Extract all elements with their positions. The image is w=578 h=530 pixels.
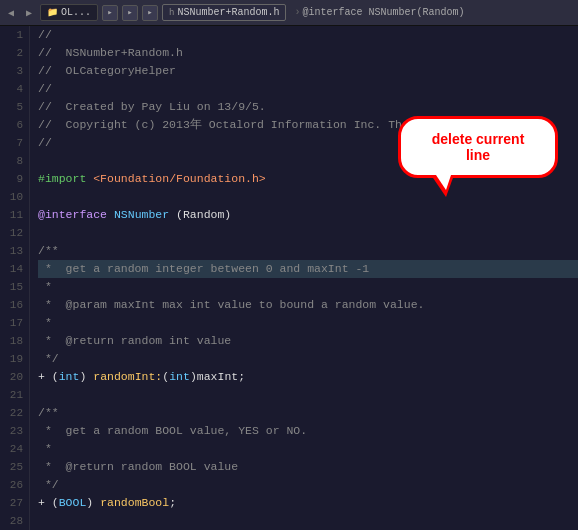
line-number: 2 (0, 44, 23, 62)
line-number: 19 (0, 350, 23, 368)
line-number: 12 (0, 224, 23, 242)
tab-nsumber-random[interactable]: h NSNumber+Random.h (162, 4, 286, 21)
code-line: // (38, 26, 578, 44)
code-line: // (38, 80, 578, 98)
tooltip-bubble: delete current line (398, 116, 558, 178)
code-line: // OLCategoryHelper (38, 62, 578, 80)
breadcrumb-text: @interface NSNumber(Random) (302, 7, 464, 18)
tab-ol-label: OL... (61, 7, 91, 18)
line-number: 5 (0, 98, 23, 116)
line-number: 23 (0, 422, 23, 440)
line-number: 7 (0, 134, 23, 152)
line-number: 13 (0, 242, 23, 260)
line-number: 10 (0, 188, 23, 206)
line-numbers: 1234567891011121314151617181920212223242… (0, 26, 30, 530)
code-line: */ (38, 350, 578, 368)
code-line (38, 512, 578, 530)
line-number: 27 (0, 494, 23, 512)
line-number: 25 (0, 458, 23, 476)
code-line: * @return random int value (38, 332, 578, 350)
code-line: * get a random BOOL value, YES or NO. (38, 422, 578, 440)
code-line (38, 386, 578, 404)
line-number: 22 (0, 404, 23, 422)
back-button[interactable]: ◀ (4, 6, 18, 20)
line-number: 15 (0, 278, 23, 296)
code-line: * get a random integer between 0 and max… (38, 260, 578, 278)
folder-nav-btn2[interactable]: ▸ (122, 5, 138, 21)
line-number: 11 (0, 206, 23, 224)
forward-button[interactable]: ▶ (22, 6, 36, 20)
code-line: // Created by Pay Liu on 13/9/5. (38, 98, 578, 116)
bubble-text: delete current line (398, 116, 558, 178)
code-line: + (BOOL) randomBool; (38, 494, 578, 512)
code-line (38, 224, 578, 242)
line-number: 21 (0, 386, 23, 404)
line-number: 3 (0, 62, 23, 80)
folder-nav-btn[interactable]: ▸ (102, 5, 118, 21)
code-line: @interface NSNumber (Random) (38, 206, 578, 224)
line-number: 24 (0, 440, 23, 458)
line-number: 18 (0, 332, 23, 350)
tab-ol[interactable]: 📁 OL... (40, 4, 98, 21)
line-number: 1 (0, 26, 23, 44)
code-line: * (38, 314, 578, 332)
code-line: * (38, 440, 578, 458)
line-number: 26 (0, 476, 23, 494)
line-number: 17 (0, 314, 23, 332)
toolbar: ◀ ▶ 📁 OL... ▸ ▸ ▸ h NSNumber+Random.h › … (0, 0, 578, 26)
tab-nsumber-random-label: NSNumber+Random.h (177, 7, 279, 18)
line-number: 28 (0, 512, 23, 530)
file-icon: h (169, 8, 174, 18)
line-number: 20 (0, 368, 23, 386)
code-line: + (int) randomInt:(int)maxInt; (38, 368, 578, 386)
code-line: // NSNumber+Random.h (38, 44, 578, 62)
code-content[interactable]: delete current line //// NSNumber+Random… (30, 26, 578, 530)
breadcrumb: › @interface NSNumber(Random) (294, 7, 464, 18)
line-number: 14 (0, 260, 23, 278)
code-line: * @return random BOOL value (38, 458, 578, 476)
code-line: /** (38, 404, 578, 422)
code-line: */ (38, 476, 578, 494)
line-number: 16 (0, 296, 23, 314)
code-line: * @param maxInt max int value to bound a… (38, 296, 578, 314)
line-number: 8 (0, 152, 23, 170)
code-line (38, 188, 578, 206)
code-line: * (38, 278, 578, 296)
code-line: /** (38, 242, 578, 260)
line-number: 4 (0, 80, 23, 98)
folder-icon: 📁 (47, 7, 58, 18)
line-number: 6 (0, 116, 23, 134)
folder-nav-btn3[interactable]: ▸ (142, 5, 158, 21)
code-editor: 1234567891011121314151617181920212223242… (0, 26, 578, 530)
breadcrumb-sep: › (294, 7, 300, 18)
line-number: 9 (0, 170, 23, 188)
